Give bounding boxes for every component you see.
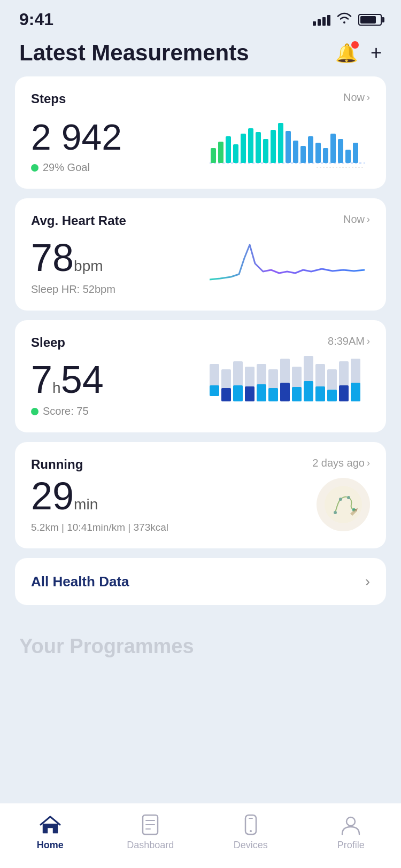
svg-rect-41 xyxy=(280,383,290,401)
wifi-icon xyxy=(337,12,352,27)
home-icon xyxy=(38,813,62,836)
running-time[interactable]: 2 days ago › xyxy=(312,457,370,469)
goal-dot xyxy=(31,164,38,172)
running-title: Running xyxy=(31,457,83,472)
sleep-value: 7h54 xyxy=(31,359,210,401)
svg-point-58 xyxy=(250,830,252,832)
svg-rect-47 xyxy=(351,383,360,401)
sleep-time-chevron: › xyxy=(367,336,370,347)
svg-rect-18 xyxy=(338,139,343,163)
nav-home[interactable]: Home xyxy=(0,813,101,851)
bottom-navigation: Home Dashboard Devices xyxy=(0,803,401,868)
heart-rate-time-chevron: › xyxy=(367,214,370,225)
svg-rect-3 xyxy=(226,136,231,163)
page-title: Latest Measurements xyxy=(19,40,249,66)
svg-rect-1 xyxy=(211,148,216,163)
svg-point-60 xyxy=(346,817,355,826)
svg-point-48 xyxy=(325,486,362,523)
all-health-data-button[interactable]: All Health Data › xyxy=(15,558,386,605)
svg-rect-5 xyxy=(241,134,246,163)
sleep-time[interactable]: 8:39AM › xyxy=(328,335,370,347)
home-label: Home xyxy=(37,840,64,851)
svg-rect-46 xyxy=(339,385,349,401)
status-time: 9:41 xyxy=(19,10,53,29)
steps-time-chevron: › xyxy=(367,92,370,103)
status-bar: 9:41 xyxy=(0,0,401,35)
svg-rect-16 xyxy=(323,148,328,163)
heart-rate-title: Avg. Heart Rate xyxy=(31,213,126,228)
steps-subtitle: 29% Goal xyxy=(31,161,210,174)
svg-rect-9 xyxy=(271,130,276,163)
svg-rect-6 xyxy=(248,128,253,163)
svg-point-49 xyxy=(334,511,337,514)
svg-rect-20 xyxy=(353,143,358,163)
nav-profile[interactable]: Profile xyxy=(301,813,402,851)
page-header: Latest Measurements 🔔 + xyxy=(0,35,401,76)
svg-point-51 xyxy=(347,496,350,499)
svg-rect-7 xyxy=(256,132,261,163)
svg-rect-59 xyxy=(249,818,253,819)
running-value: 29min xyxy=(31,475,317,517)
svg-rect-2 xyxy=(218,142,223,163)
steps-time[interactable]: Now › xyxy=(343,91,370,104)
svg-rect-37 xyxy=(233,385,243,401)
nav-dashboard[interactable]: Dashboard xyxy=(101,813,201,851)
steps-value: 2 942 xyxy=(31,117,210,157)
nav-devices[interactable]: Devices xyxy=(200,813,301,851)
running-time-chevron: › xyxy=(367,458,370,469)
svg-rect-12 xyxy=(293,141,298,163)
svg-rect-19 xyxy=(345,150,351,163)
dashboard-icon xyxy=(138,813,162,836)
signal-icon xyxy=(313,14,330,26)
svg-rect-35 xyxy=(210,385,219,396)
running-map xyxy=(317,478,370,531)
all-health-chevron: › xyxy=(365,573,370,590)
svg-rect-43 xyxy=(304,381,313,401)
svg-rect-14 xyxy=(308,136,313,163)
heart-rate-chart xyxy=(210,231,370,296)
svg-point-50 xyxy=(339,498,342,501)
svg-rect-45 xyxy=(327,390,337,401)
svg-rect-8 xyxy=(263,139,268,163)
steps-chart xyxy=(210,110,370,174)
battery-icon xyxy=(358,14,382,26)
sleep-card: Sleep 8:39AM › 7h54 Score: 75 xyxy=(15,320,386,432)
svg-rect-10 xyxy=(278,123,283,163)
sleep-subtitle: Score: 75 xyxy=(31,405,210,417)
svg-rect-36 xyxy=(221,388,231,401)
dashboard-label: Dashboard xyxy=(127,840,174,851)
svg-rect-15 xyxy=(315,143,321,163)
profile-icon xyxy=(339,813,363,836)
devices-icon xyxy=(239,813,263,836)
svg-rect-42 xyxy=(292,387,302,401)
steps-card: Steps Now › 2 942 29% Goal xyxy=(15,76,386,189)
heart-rate-value: 78bpm xyxy=(31,237,210,279)
svg-rect-17 xyxy=(330,134,336,163)
sleep-score-dot xyxy=(31,408,38,415)
running-card: Running 2 days ago › 29min 5.2km | 10:41… xyxy=(15,442,386,548)
svg-rect-40 xyxy=(268,388,278,401)
devices-label: Devices xyxy=(234,840,268,851)
heart-rate-time[interactable]: Now › xyxy=(343,213,370,226)
all-health-label: All Health Data xyxy=(31,574,129,590)
sleep-chart xyxy=(210,353,370,417)
cards-container: Steps Now › 2 942 29% Goal xyxy=(0,76,401,548)
notifications-button[interactable]: 🔔 xyxy=(335,42,358,64)
sleep-title: Sleep xyxy=(31,335,65,350)
programmes-section: Your Programmes xyxy=(0,620,401,658)
svg-rect-11 xyxy=(286,131,291,163)
heart-rate-card: Avg. Heart Rate Now › 78bpm Sleep HR: 52… xyxy=(15,198,386,311)
svg-rect-38 xyxy=(245,386,255,401)
add-button[interactable]: + xyxy=(371,42,382,64)
status-icons xyxy=(313,12,382,27)
header-actions: 🔔 + xyxy=(335,42,382,64)
svg-rect-13 xyxy=(300,146,306,163)
programmes-title: Your Programmes xyxy=(19,635,382,658)
heart-rate-subtitle: Sleep HR: 52bpm xyxy=(31,283,210,296)
svg-rect-44 xyxy=(315,386,325,401)
svg-rect-39 xyxy=(257,384,266,401)
svg-rect-4 xyxy=(233,144,238,163)
profile-label: Profile xyxy=(337,840,365,851)
notification-badge xyxy=(351,41,359,49)
steps-title: Steps xyxy=(31,91,66,106)
